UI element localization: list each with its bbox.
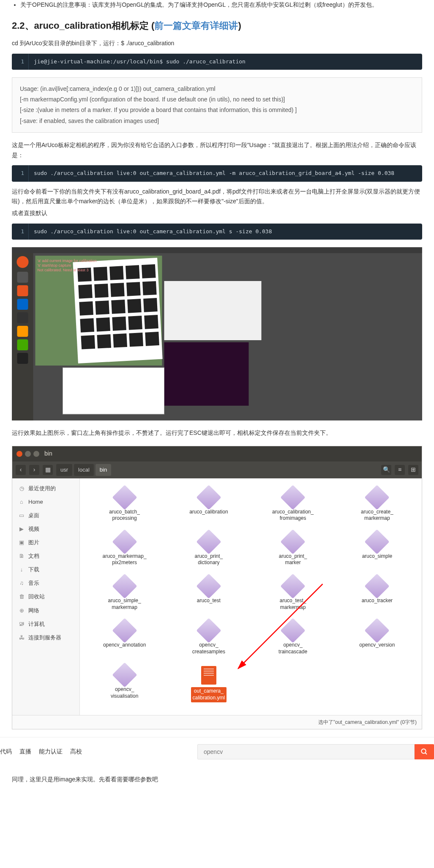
- file-item[interactable]: opencv_createsamples: [168, 620, 249, 657]
- svg-rect-35: [113, 333, 127, 348]
- file-label: opencv_visualisation: [86, 686, 163, 699]
- executable-icon: [368, 622, 386, 639]
- executable-icon: [116, 622, 134, 639]
- screenshot-desktop: 'a' add current image for calibration 's…: [12, 247, 422, 420]
- crumb-bin[interactable]: bin: [96, 464, 111, 476]
- sidebar-item[interactable]: ♫音乐: [12, 576, 79, 590]
- sidebar-item[interactable]: 🖧连接到服务器: [12, 631, 79, 644]
- fm-toolbar: ‹ › ▦ usr local bin 🔍 ≡ ⊞: [12, 461, 422, 478]
- sidebar-item[interactable]: ⌂Home: [12, 495, 79, 509]
- file-item[interactable]: aruco_test: [168, 576, 249, 612]
- para-same: 同理，这里只是用image来实现。先看看需要哪些参数吧: [12, 775, 422, 785]
- file-label: opencv_version: [338, 642, 416, 649]
- bottom-tab[interactable]: 能力认证: [39, 747, 63, 757]
- file-label: aruco_markermap_pix2meters: [86, 553, 163, 566]
- sidebar-icon: 🖳: [18, 620, 25, 629]
- search-button[interactable]: [415, 744, 434, 759]
- bottom-tab[interactable]: 直播: [19, 747, 31, 757]
- search-input[interactable]: [197, 744, 415, 759]
- code-content-1[interactable]: jie@jie-virtual-machine:/usr/local/bin$ …: [29, 54, 422, 70]
- sidebar-label: 网络: [28, 606, 39, 615]
- file-item[interactable]: aruco_markermap_pix2meters: [84, 531, 165, 568]
- sidebar-item[interactable]: 🗑回收站: [12, 590, 79, 603]
- crumb-local[interactable]: local: [74, 464, 94, 476]
- svg-rect-19: [94, 284, 109, 298]
- file-item[interactable]: aruco_batch_processing: [84, 487, 165, 524]
- bottom-tab[interactable]: 代码: [0, 747, 12, 757]
- file-item[interactable]: aruco_test_markermap: [253, 576, 333, 612]
- crumb-usr[interactable]: usr: [56, 464, 72, 476]
- para-explain: 这是一个用ArUco板标定相机的程序，因为你没有给它合适的入口参数，所以程序打印…: [12, 140, 422, 161]
- para-run: 运行命令前看一下你的当前文件夹下有没有aruco_calibration_gri…: [12, 187, 422, 207]
- nav-home-icon[interactable]: ▦: [43, 465, 53, 475]
- file-label: aruco_batch_processing: [86, 509, 163, 522]
- file-item[interactable]: opencv_annotation: [84, 620, 165, 657]
- executable-icon: [116, 666, 134, 684]
- file-item[interactable]: aruco_print_dictionary: [168, 531, 249, 568]
- code-gutter: 1: [12, 224, 29, 240]
- file-item-yml[interactable]: out_camera_calibration.yml: [168, 664, 249, 704]
- list-view-icon[interactable]: ≡: [395, 465, 405, 475]
- sidebar-item[interactable]: ▭桌面: [12, 509, 79, 522]
- file-item[interactable]: opencv_traincascade: [253, 620, 333, 657]
- svg-rect-5: [17, 285, 28, 296]
- code-block-2: 1 sudo ./aruco_calibration live:0 out_ca…: [12, 165, 422, 181]
- usage-line-3: [-size :(value in meters of a marker. If…: [20, 105, 414, 115]
- fm-titlebar[interactable]: bin: [12, 446, 422, 461]
- bottom-tabs: 代码直播能力认证高校: [0, 747, 82, 757]
- svg-rect-26: [127, 299, 142, 313]
- svg-rect-21: [126, 282, 141, 296]
- sidebar-icon: ♫: [18, 579, 25, 588]
- para-cd: cd 到ArUco安装目录的bin目录下，运行：$ ./aruco_calibr…: [12, 38, 422, 49]
- file-item[interactable]: aruco_simple: [337, 531, 418, 568]
- executable-icon: [284, 489, 302, 506]
- executable-icon: [368, 577, 386, 595]
- window-max-icon[interactable]: [33, 451, 39, 457]
- file-item[interactable]: aruco_calibration: [168, 487, 249, 524]
- svg-rect-9: [17, 339, 28, 350]
- svg-rect-41: [164, 281, 262, 340]
- sidebar-item[interactable]: 🖳计算机: [12, 617, 79, 631]
- file-item[interactable]: opencv_visualisation: [84, 664, 165, 704]
- file-item[interactable]: aruco_tracker: [337, 576, 418, 612]
- file-item[interactable]: aruco_create_markermap: [337, 487, 418, 524]
- executable-icon: [284, 533, 302, 551]
- code-content-3[interactable]: sudo ./aruco_calibration live:0 out_came…: [29, 224, 422, 240]
- code-block-1: 1 jie@jie-virtual-machine:/usr/local/bin…: [12, 54, 422, 70]
- file-label: opencv_createsamples: [170, 642, 247, 655]
- svg-rect-14: [93, 267, 108, 281]
- breadcrumb: usr local bin: [56, 464, 111, 476]
- sidebar-item[interactable]: ▶视频: [12, 522, 79, 536]
- file-label: aruco_simple_markermap: [86, 598, 163, 611]
- sidebar-item[interactable]: ▣图片: [12, 536, 79, 549]
- nav-back-button[interactable]: ‹: [16, 465, 26, 475]
- sidebar-icon: 🗑: [18, 592, 25, 601]
- executable-icon: [200, 489, 218, 506]
- nav-forward-button[interactable]: ›: [29, 465, 39, 475]
- sidebar-item[interactable]: ⊕网络: [12, 604, 79, 617]
- sidebar-item[interactable]: 🗎文档: [12, 549, 79, 563]
- file-item[interactable]: opencv_version: [337, 620, 418, 657]
- file-item[interactable]: aruco_calibration_fromimages: [253, 487, 333, 524]
- fm-file-grid[interactable]: aruco_batch_processingaruco_calibrationa…: [80, 478, 422, 715]
- file-item[interactable]: aruco_print_marker: [253, 531, 333, 568]
- code-content-2[interactable]: sudo ./aruco_calibration live:0 out_came…: [29, 165, 422, 181]
- search-icon[interactable]: 🔍: [381, 465, 391, 475]
- sidebar-item[interactable]: ◷最近使用的: [12, 482, 79, 495]
- file-label: aruco_print_marker: [254, 553, 332, 566]
- window-min-icon[interactable]: [25, 451, 31, 457]
- window-title: bin: [44, 449, 52, 459]
- bottom-tab[interactable]: 高校: [70, 747, 82, 757]
- executable-icon: [368, 533, 386, 551]
- window-close-icon[interactable]: [16, 451, 22, 457]
- svg-point-45: [421, 749, 426, 753]
- sidebar-label: 音乐: [28, 579, 39, 588]
- svg-rect-8: [17, 326, 28, 337]
- heading-link[interactable]: 前一篇文章有详细讲: [154, 20, 238, 31]
- file-label: out_camera_calibration.yml: [191, 687, 227, 702]
- sidebar-item[interactable]: ↓下载: [12, 563, 79, 576]
- document-icon: [201, 666, 216, 685]
- file-item[interactable]: aruco_simple_markermap: [84, 576, 165, 612]
- sidebar-label: 最近使用的: [28, 484, 56, 493]
- grid-view-icon[interactable]: ⊞: [408, 465, 418, 475]
